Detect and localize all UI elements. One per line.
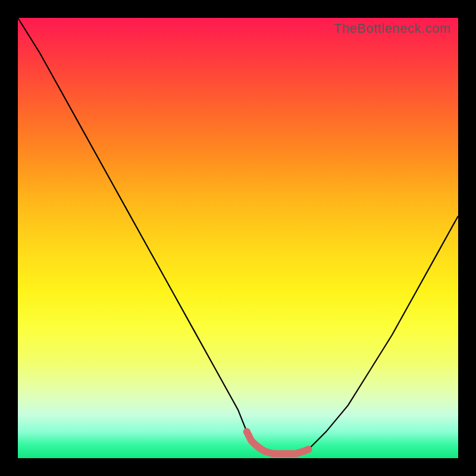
marker-dot: [243, 428, 250, 436]
chart-frame: TheBottleneck.com: [0, 0, 476, 476]
marker-dot: [305, 446, 312, 453]
main-curve-path: [18, 18, 458, 454]
chart-svg: [18, 18, 458, 458]
marker-curve-path: [247, 432, 309, 454]
plot-area: TheBottleneck.com: [18, 18, 458, 458]
